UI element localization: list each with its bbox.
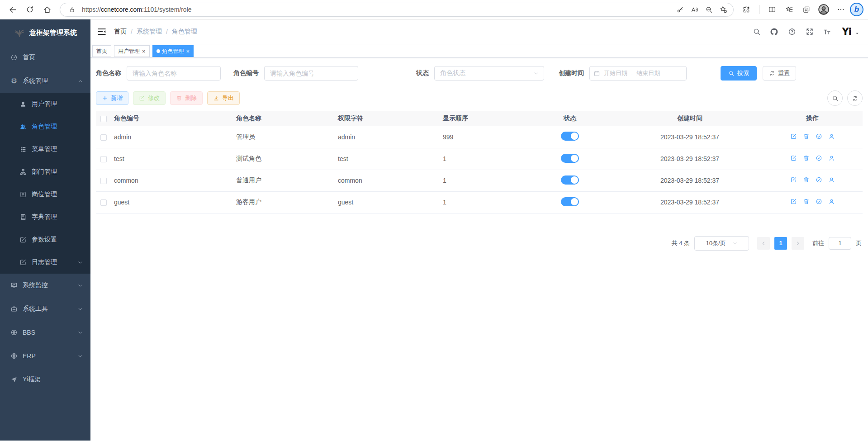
goto-page-input[interactable] [829, 237, 851, 250]
collections-icon[interactable] [798, 2, 815, 17]
user-avatar-logo[interactable]: Yi [842, 26, 851, 37]
cell-created-time: 2023-03-29 18:52:37 [617, 170, 762, 191]
edit-icon[interactable] [790, 198, 797, 205]
tab-home[interactable]: 首页 [92, 45, 111, 57]
role-code-input[interactable] [264, 66, 358, 81]
sidebar-item-menu-mgmt[interactable]: 菜单管理 [0, 138, 90, 161]
back-button[interactable] [5, 2, 21, 17]
role-name-input[interactable] [127, 66, 221, 81]
edit-icon[interactable] [790, 155, 797, 161]
check-circle-icon[interactable] [816, 155, 822, 161]
add-favorite-icon[interactable] [716, 3, 730, 16]
assign-user-icon[interactable] [828, 198, 835, 205]
sidebar-item-bbs[interactable]: BBS [0, 321, 90, 344]
breadcrumb-home[interactable]: 首页 [114, 28, 127, 36]
caret-down-icon[interactable] [854, 31, 860, 36]
select-all-checkbox[interactable] [100, 116, 107, 122]
search-icon[interactable] [749, 24, 764, 39]
fullscreen-icon[interactable] [802, 24, 817, 39]
search-button[interactable]: 搜索 [721, 66, 757, 81]
reset-button[interactable]: 重置 [763, 66, 796, 81]
sidebar-item-label: 系统工具 [23, 305, 48, 313]
chevron-down-icon [77, 330, 83, 336]
add-button[interactable]: 新增 [96, 91, 128, 105]
sidebar-item-system-mgmt[interactable]: ⚙ 系统管理 [0, 69, 90, 93]
home-button[interactable] [39, 2, 55, 17]
delete-icon[interactable] [803, 133, 810, 140]
prev-page-button[interactable] [757, 237, 770, 250]
help-icon[interactable] [785, 24, 799, 39]
check-circle-icon[interactable] [816, 133, 822, 140]
row-checkbox[interactable] [100, 156, 107, 162]
date-range-picker[interactable]: 开始日期 - 结束日期 [589, 66, 687, 81]
row-checkbox[interactable] [100, 199, 107, 206]
address-bar[interactable]: https://ccnetcore.com:1101/system/role [60, 3, 734, 17]
refresh-table-button[interactable] [847, 90, 863, 106]
sidebar-item-home[interactable]: 首页 [0, 46, 90, 69]
status-toggle[interactable] [561, 197, 579, 206]
chevron-down-icon [77, 306, 83, 312]
export-button[interactable]: 导出 [207, 91, 240, 105]
status-select[interactable]: 角色状态 [434, 66, 544, 81]
favorites-icon[interactable] [781, 2, 797, 17]
browser-essentials-icon[interactable] [738, 2, 754, 17]
url-text[interactable]: https://ccnetcore.com:1101/system/role [82, 6, 673, 13]
split-screen-icon[interactable] [764, 2, 780, 17]
bing-chat-icon[interactable]: b [850, 3, 863, 16]
status-toggle[interactable] [561, 175, 579, 185]
zoom-out-icon[interactable] [702, 3, 716, 16]
modify-button[interactable]: 修改 [133, 91, 166, 105]
page-size-value: 10条/页 [706, 239, 726, 247]
profile-avatar[interactable] [816, 2, 832, 17]
page-size-select[interactable]: 10条/页 [694, 236, 749, 251]
row-checkbox[interactable] [100, 178, 107, 184]
close-tab-icon[interactable]: × [142, 48, 146, 54]
close-tab-icon[interactable]: × [186, 48, 190, 54]
tab-user-mgmt[interactable]: 用户管理 × [114, 45, 150, 57]
assign-user-icon[interactable] [828, 133, 835, 140]
sidebar-item-yi-framework[interactable]: Yi框架 [0, 368, 90, 391]
url-domain: ccnetcore.com [101, 6, 142, 13]
status-toggle[interactable] [561, 154, 579, 163]
sidebar-item-dept-mgmt[interactable]: 部门管理 [0, 161, 90, 183]
refresh-button[interactable] [22, 2, 38, 17]
lock-icon[interactable] [65, 3, 79, 16]
page-number-button[interactable]: 1 [774, 237, 787, 250]
sidebar-item-param-settings[interactable]: 参数设置 [0, 228, 90, 251]
delete-button[interactable]: 删除 [170, 91, 203, 105]
sidebar-item-system-monitor[interactable]: 系统监控 [0, 274, 90, 297]
row-checkbox[interactable] [100, 134, 107, 141]
read-aloud-icon[interactable] [687, 3, 702, 16]
sidebar-item-user-mgmt[interactable]: 用户管理 [0, 93, 90, 115]
cell-role-name: 测试角色 [232, 148, 333, 170]
sidebar-item-system-tools[interactable]: 系统工具 [0, 297, 90, 321]
sidebar-item-log-mgmt[interactable]: 日志管理 [0, 251, 90, 274]
status-toggle[interactable] [561, 132, 579, 141]
assign-user-icon[interactable] [828, 155, 835, 161]
delete-icon[interactable] [803, 155, 810, 161]
check-circle-icon[interactable] [816, 176, 822, 183]
delete-icon[interactable] [803, 176, 810, 183]
add-button-label: 新增 [111, 94, 123, 102]
assign-user-icon[interactable] [828, 176, 835, 183]
edit-icon[interactable] [790, 133, 797, 140]
log-icon [19, 258, 27, 266]
password-key-icon[interactable] [673, 3, 687, 16]
next-page-button[interactable] [792, 237, 804, 250]
sidebar-item-post-mgmt[interactable]: 岗位管理 [0, 183, 90, 206]
sidebar-menu: 首页 ⚙ 系统管理 用户管理 角色管理 菜单管理 [0, 46, 90, 391]
sidebar-item-role-mgmt[interactable]: 角色管理 [0, 115, 90, 138]
url-path: :1101/system/role [142, 6, 191, 13]
delete-icon[interactable] [803, 198, 810, 205]
github-icon[interactable] [767, 24, 782, 39]
sidebar-item-dict-mgmt[interactable]: 字典管理 [0, 206, 90, 228]
more-menu-icon[interactable] [833, 2, 849, 17]
font-size-icon[interactable] [820, 24, 835, 39]
sidebar-item-erp[interactable]: ERP [0, 344, 90, 368]
sidebar-toggle-button[interactable] [97, 27, 107, 37]
role-name-label: 角色名称 [96, 69, 121, 77]
toggle-search-button[interactable] [827, 90, 843, 106]
check-circle-icon[interactable] [816, 198, 822, 205]
tab-role-mgmt[interactable]: 角色管理 × [152, 45, 194, 57]
edit-icon[interactable] [790, 176, 797, 183]
